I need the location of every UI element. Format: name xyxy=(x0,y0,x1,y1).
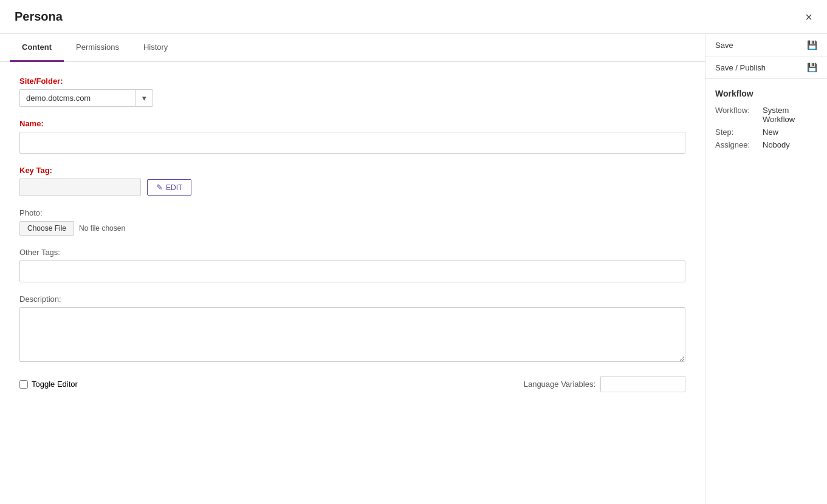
keytag-label: Key Tag: xyxy=(19,166,685,175)
choose-file-button[interactable]: Choose File xyxy=(19,221,74,236)
workflow-section: Workflow Workflow: System Workflow Step:… xyxy=(705,79,827,163)
toggle-editor-label: Toggle Editor xyxy=(32,380,78,389)
save-publish-button[interactable]: Save / Publish 💾 xyxy=(705,56,827,79)
name-input[interactable] xyxy=(19,132,685,154)
modal-title: Persona xyxy=(15,10,63,24)
site-select-wrapper: ▾ xyxy=(19,89,153,107)
workflow-key-step: Step: xyxy=(715,128,758,137)
other-tags-input[interactable] xyxy=(19,261,685,282)
tabs-bar: Content Permissions History xyxy=(0,34,705,62)
main-content: Content Permissions History Site/Folder: xyxy=(0,34,705,504)
other-tags-group: Other Tags: xyxy=(19,248,685,282)
save-button[interactable]: Save 💾 xyxy=(705,34,827,56)
language-variables-label: Language Variables: xyxy=(524,380,595,389)
tab-permissions[interactable]: Permissions xyxy=(64,34,131,62)
close-button[interactable]: × xyxy=(805,11,812,23)
file-chosen-text: No file chosen xyxy=(79,224,125,233)
workflow-row-assignee: Assignee: Nobody xyxy=(715,140,817,149)
other-tags-label: Other Tags: xyxy=(19,248,685,257)
bottom-row: Toggle Editor Language Variables: xyxy=(19,376,685,392)
modal-body: Content Permissions History Site/Folder: xyxy=(0,34,827,504)
save-publish-icon: 💾 xyxy=(807,63,817,72)
site-folder-label: Site/Folder: xyxy=(19,77,685,86)
chevron-down-icon: ▾ xyxy=(142,94,146,103)
form-area: Site/Folder: ▾ Name: Key Tag: xyxy=(0,62,705,504)
workflow-row-step: Step: New xyxy=(715,128,817,137)
keytag-group: Key Tag: ✎ EDIT xyxy=(19,166,685,196)
persona-modal: Persona × Content Permissions History xyxy=(0,0,827,504)
workflow-row-workflow: Workflow: System Workflow xyxy=(715,106,817,124)
site-folder-group: Site/Folder: ▾ xyxy=(19,77,685,107)
name-label: Name: xyxy=(19,119,685,128)
workflow-key-assignee: Assignee: xyxy=(715,140,758,149)
edit-button[interactable]: ✎ EDIT xyxy=(147,179,191,196)
description-textarea[interactable] xyxy=(19,307,685,362)
keytag-wrapper: ✎ EDIT xyxy=(19,179,685,196)
description-group: Description: xyxy=(19,295,685,364)
workflow-value-step: New xyxy=(763,128,778,137)
name-group: Name: xyxy=(19,119,685,154)
file-upload-wrapper: Choose File No file chosen xyxy=(19,221,685,236)
tab-content[interactable]: Content xyxy=(10,34,64,62)
tab-history[interactable]: History xyxy=(131,34,180,62)
description-label: Description: xyxy=(19,295,685,304)
site-input[interactable] xyxy=(19,89,136,107)
keytag-input[interactable] xyxy=(19,179,141,196)
save-icon: 💾 xyxy=(807,40,817,50)
edit-icon: ✎ xyxy=(156,183,163,192)
site-dropdown-arrow[interactable]: ▾ xyxy=(136,89,153,107)
workflow-value-assignee: Nobody xyxy=(763,140,790,149)
workflow-section-title: Workflow xyxy=(715,89,817,98)
modal-header: Persona × xyxy=(0,0,827,34)
photo-group: Photo: Choose File No file chosen xyxy=(19,208,685,236)
workflow-key-workflow: Workflow: xyxy=(715,106,758,124)
language-variables-input[interactable] xyxy=(600,376,685,392)
language-variables-wrapper: Language Variables: xyxy=(524,376,685,392)
toggle-editor-checkbox[interactable] xyxy=(19,380,28,389)
toggle-editor-wrapper: Toggle Editor xyxy=(19,380,78,389)
sidebar: Save 💾 Save / Publish 💾 Workflow Workflo… xyxy=(705,34,827,504)
photo-label: Photo: xyxy=(19,208,685,217)
workflow-value-workflow: System Workflow xyxy=(763,106,817,124)
